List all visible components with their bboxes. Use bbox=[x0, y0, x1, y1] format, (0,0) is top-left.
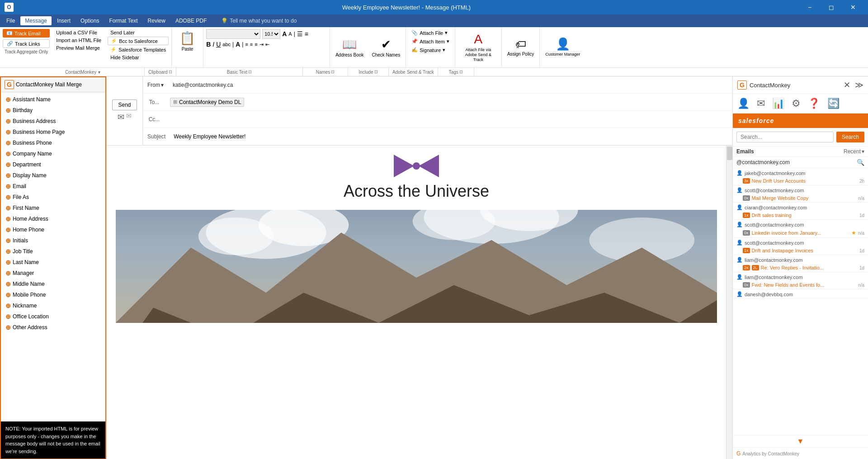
field-department[interactable]: ⊕ Department bbox=[1, 159, 105, 170]
close-button[interactable]: ✕ bbox=[843, 0, 863, 14]
upload-csv-button[interactable]: Upload a CSV File bbox=[53, 29, 104, 36]
sf-search-button[interactable]: Search bbox=[836, 132, 864, 142]
email-body-scroll[interactable]: Across the Universe bbox=[107, 146, 732, 459]
align-right-button[interactable]: ≡ bbox=[255, 42, 257, 47]
preview-mail-merge-button[interactable]: Preview Mail Merge bbox=[53, 44, 104, 52]
address-book-button[interactable]: 📖 Address Book bbox=[333, 36, 366, 59]
strikethrough-button[interactable]: abc bbox=[222, 42, 231, 47]
from-button[interactable]: From ▾ bbox=[143, 79, 168, 91]
bullets-button[interactable]: ☰ bbox=[297, 30, 303, 38]
rl-clipboard-expand[interactable]: ⊡ bbox=[169, 70, 172, 74]
paste-button[interactable]: 📋 Paste bbox=[177, 29, 198, 53]
align-center-button[interactable]: ≡ bbox=[250, 42, 253, 47]
rl-basic-text-expand[interactable]: ⊡ bbox=[248, 70, 252, 74]
attach-file-button[interactable]: 📎 Attach File ▾ bbox=[409, 29, 450, 37]
field-manager[interactable]: ⊕ Manager bbox=[1, 268, 105, 279]
hide-sidebar-button[interactable]: Hide Sidebar bbox=[108, 54, 169, 61]
menu-options[interactable]: Options bbox=[76, 16, 104, 25]
sf-emails-tab[interactable]: Emails bbox=[736, 148, 754, 155]
body-scrollbar[interactable] bbox=[726, 146, 732, 459]
menu-message[interactable]: Message bbox=[20, 16, 52, 25]
email-search-icon[interactable]: 🔍 bbox=[857, 159, 864, 166]
sf-search-input[interactable] bbox=[736, 132, 834, 142]
email-row-5[interactable]: 1x Drift and Instapage Invoices 1d bbox=[733, 246, 868, 255]
grow-font-button[interactable]: A bbox=[282, 30, 287, 38]
rl-tags-expand[interactable]: ⊡ bbox=[459, 70, 463, 74]
email-row-2[interactable]: 0x Mail Merge Website Copy n/a bbox=[733, 194, 868, 202]
rl-expand-icon[interactable]: ▾ bbox=[98, 70, 100, 75]
field-file-as[interactable]: ⊕ File As bbox=[1, 192, 105, 203]
rl-include-expand[interactable]: ⊡ bbox=[374, 70, 378, 74]
cm-nav-chart-icon[interactable]: 📊 bbox=[772, 98, 784, 109]
align-left-button[interactable]: ≡ bbox=[245, 42, 248, 47]
menu-review[interactable]: Review bbox=[143, 16, 170, 25]
subject-input[interactable] bbox=[169, 128, 732, 145]
rl-names-expand[interactable]: ⊡ bbox=[331, 70, 335, 74]
cm-nav-refresh-icon[interactable]: 🔄 bbox=[827, 98, 840, 109]
email-row-1[interactable]: 3x New Drift User Accounts 2h bbox=[733, 177, 868, 185]
field-email[interactable]: ⊕ Email bbox=[1, 181, 105, 192]
field-business-home-page[interactable]: ⊕ Business Home Page bbox=[1, 127, 105, 137]
cm-nav-settings-icon[interactable]: ⚙ bbox=[792, 98, 801, 109]
cm-nav-help-icon[interactable]: ❓ bbox=[808, 98, 820, 109]
restore-button[interactable]: ◻ bbox=[821, 0, 842, 14]
bold-button[interactable]: B bbox=[206, 41, 211, 48]
scroll-down-icon[interactable]: ▼ bbox=[797, 437, 804, 445]
track-aggregate-button[interactable]: Track Aggregate Only bbox=[3, 48, 50, 55]
field-middle-name[interactable]: ⊕ Middle Name bbox=[1, 279, 105, 289]
field-business-address[interactable]: ⊕ Business Address bbox=[1, 116, 105, 127]
underline-button[interactable]: U bbox=[216, 41, 221, 48]
track-links-button[interactable]: 🔗 Track Links bbox=[3, 39, 50, 48]
font-family-select[interactable] bbox=[206, 29, 260, 39]
minimize-button[interactable]: − bbox=[799, 0, 820, 14]
field-first-name[interactable]: ⊕ First Name bbox=[1, 203, 105, 213]
field-office-location[interactable]: ⊕ Office Location bbox=[1, 311, 105, 322]
field-company-name[interactable]: ⊕ Company Name bbox=[1, 148, 105, 159]
cc-input[interactable] bbox=[165, 111, 732, 128]
assign-policy-button[interactable]: 🏷 Assign Policy bbox=[505, 36, 537, 58]
cm-expand-icon[interactable]: ≫ bbox=[855, 80, 863, 90]
field-job-title[interactable]: ⊕ Job Title bbox=[1, 246, 105, 257]
import-html-button[interactable]: Import an HTML File bbox=[53, 37, 104, 44]
email-row-7[interactable]: 0x Fwd: New Fields and Events fo... n/a bbox=[733, 281, 868, 289]
font-size-select[interactable]: 10.5 bbox=[262, 29, 280, 39]
salesforce-templates-button[interactable]: ⚡ Salesforce Templates bbox=[108, 46, 169, 53]
sf-filter-dropdown[interactable]: Recent ▾ bbox=[844, 148, 864, 155]
indent-button[interactable]: ⇥ bbox=[259, 42, 264, 47]
cm-close-icon[interactable]: ✕ bbox=[844, 80, 850, 90]
email-row-3[interactable]: 1x Drift sales training 1d bbox=[733, 211, 868, 219]
tell-me-box[interactable]: 💡 Tell me what you want to do bbox=[221, 18, 297, 24]
bcc-salesforce-button[interactable]: ⚡ Bcc to Salesforce bbox=[108, 37, 169, 45]
send-later-button[interactable]: Send Later bbox=[108, 29, 169, 36]
field-nickname[interactable]: ⊕ Nickname bbox=[1, 300, 105, 311]
cm-nav-person-icon[interactable]: 👤 bbox=[737, 98, 750, 109]
list-scroll-indicator[interactable]: ▼ bbox=[733, 435, 868, 447]
field-initials[interactable]: ⊕ Initials bbox=[1, 235, 105, 246]
field-last-name[interactable]: ⊕ Last Name bbox=[1, 257, 105, 268]
body-scroll-thumb[interactable] bbox=[727, 147, 732, 160]
field-birthday[interactable]: ⊕ Birthday bbox=[1, 105, 105, 116]
to-button[interactable]: To... bbox=[143, 99, 165, 105]
email-row-6[interactable]: 2x 2L Re: Vero Replies - Invitatio... 1d bbox=[733, 264, 868, 272]
menu-adobe-pdf[interactable]: ADOBE PDF bbox=[171, 16, 211, 25]
menu-insert[interactable]: Insert bbox=[52, 16, 75, 25]
attach-item-button[interactable]: 📌 Attach Item ▾ bbox=[409, 38, 452, 45]
compose-body[interactable]: Across the Universe bbox=[107, 146, 732, 459]
field-display-name[interactable]: ⊕ Display Name bbox=[1, 170, 105, 181]
contact-chip[interactable]: ⊞ ContactMonkey Demo DL bbox=[170, 98, 244, 107]
field-business-phone[interactable]: ⊕ Business Phone bbox=[1, 137, 105, 148]
signature-button[interactable]: ✍ Signature ▾ bbox=[409, 46, 448, 54]
check-names-button[interactable]: ✔ Check Names bbox=[369, 36, 403, 59]
italic-button[interactable]: I bbox=[212, 41, 214, 48]
cm-nav-email-icon[interactable]: ✉ bbox=[757, 98, 765, 109]
menu-format-text[interactable]: Format Text bbox=[104, 16, 142, 25]
send-button[interactable]: Send bbox=[112, 99, 137, 110]
email-search-input[interactable] bbox=[736, 159, 855, 166]
menu-file[interactable]: File bbox=[2, 16, 19, 25]
field-home-address[interactable]: ⊕ Home Address bbox=[1, 213, 105, 224]
adobe-send-track-button[interactable]: A Attach File via Adobe Send & Track bbox=[458, 30, 499, 64]
field-home-phone[interactable]: ⊕ Home Phone bbox=[1, 224, 105, 235]
shrink-font-button[interactable]: A bbox=[288, 31, 292, 37]
numbering-button[interactable]: ≡ bbox=[305, 30, 308, 38]
cc-button[interactable]: Cc... bbox=[143, 116, 165, 123]
